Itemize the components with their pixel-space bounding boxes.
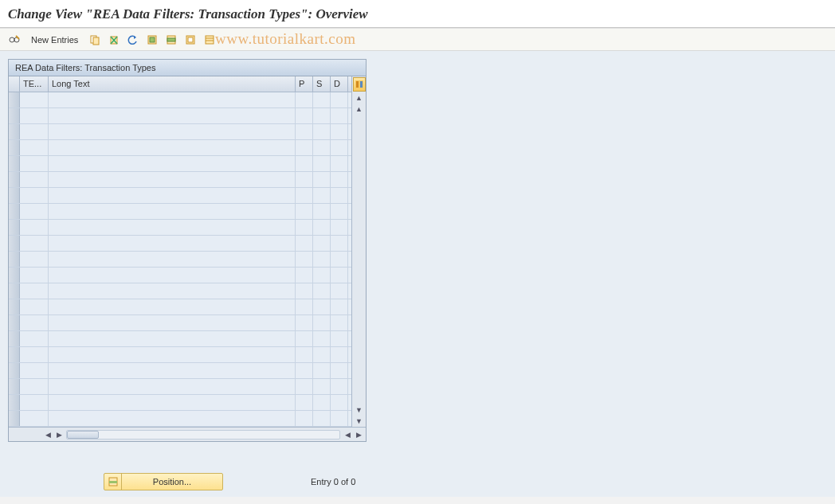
cell-te[interactable] xyxy=(20,220,49,235)
cell-d[interactable] xyxy=(331,299,348,315)
horizontal-scroll-thumb[interactable] xyxy=(67,431,99,439)
cell-d[interactable] xyxy=(331,363,348,378)
cell-d[interactable] xyxy=(331,204,348,219)
row-selector[interactable] xyxy=(9,140,20,155)
cell-p[interactable] xyxy=(296,379,313,394)
row-selector[interactable] xyxy=(9,252,20,267)
cell-te[interactable] xyxy=(20,92,49,107)
cell-te[interactable] xyxy=(20,188,49,203)
cell-s[interactable] xyxy=(313,204,331,219)
cell-s[interactable] xyxy=(313,124,331,139)
scroll-left-button-2[interactable]: ▶ xyxy=(53,429,65,440)
cell-p[interactable] xyxy=(296,268,313,283)
cell-te[interactable] xyxy=(20,411,49,426)
cell-long-text[interactable] xyxy=(49,252,296,267)
cell-te[interactable] xyxy=(20,252,49,267)
cell-long-text[interactable] xyxy=(49,108,296,123)
scroll-right-button-2[interactable]: ▶ xyxy=(353,429,364,440)
cell-p[interactable] xyxy=(296,140,313,155)
cell-te[interactable] xyxy=(20,363,49,378)
cell-d[interactable] xyxy=(331,108,348,123)
cell-s[interactable] xyxy=(313,395,331,410)
cell-te[interactable] xyxy=(20,236,49,251)
toggle-display-change-button[interactable] xyxy=(6,32,22,48)
cell-p[interactable] xyxy=(296,92,313,107)
cell-s[interactable] xyxy=(313,188,331,203)
cell-d[interactable] xyxy=(331,188,348,203)
cell-s[interactable] xyxy=(313,140,331,155)
cell-long-text[interactable] xyxy=(49,188,296,203)
delete-button[interactable] xyxy=(106,32,122,48)
horizontal-scroll-track[interactable] xyxy=(66,430,340,440)
scroll-up-button[interactable]: ▲ xyxy=(354,92,365,104)
cell-s[interactable] xyxy=(313,252,331,267)
cell-long-text[interactable] xyxy=(49,331,296,346)
cell-te[interactable] xyxy=(20,315,49,330)
cell-d[interactable] xyxy=(331,156,348,171)
row-selector[interactable] xyxy=(9,236,20,251)
cell-s[interactable] xyxy=(313,283,331,299)
table-configure-button[interactable] xyxy=(353,77,366,92)
column-header-long-text[interactable]: Long Text xyxy=(49,76,296,92)
cell-s[interactable] xyxy=(313,108,331,123)
cell-p[interactable] xyxy=(296,315,313,330)
cell-d[interactable] xyxy=(331,172,348,187)
cell-p[interactable] xyxy=(296,363,313,378)
cell-p[interactable] xyxy=(296,108,313,123)
cell-long-text[interactable] xyxy=(49,347,296,362)
cell-d[interactable] xyxy=(331,331,348,346)
cell-long-text[interactable] xyxy=(49,363,296,378)
print-button[interactable] xyxy=(202,32,218,48)
cell-te[interactable] xyxy=(20,108,49,123)
column-header-p[interactable]: P xyxy=(296,76,313,92)
cell-long-text[interactable] xyxy=(49,236,296,251)
cell-long-text[interactable] xyxy=(49,156,296,171)
scroll-left-button[interactable]: ◀ xyxy=(42,429,53,440)
cell-s[interactable] xyxy=(313,411,331,426)
cell-long-text[interactable] xyxy=(49,220,296,235)
cell-d[interactable] xyxy=(331,315,348,330)
deselect-all-button[interactable] xyxy=(182,32,198,48)
cell-p[interactable] xyxy=(296,156,313,171)
cell-long-text[interactable] xyxy=(49,204,296,219)
new-entries-button[interactable]: New Entries xyxy=(25,33,84,47)
cell-te[interactable] xyxy=(20,156,49,171)
cell-d[interactable] xyxy=(331,283,348,299)
row-selector[interactable] xyxy=(9,204,20,219)
cell-s[interactable] xyxy=(313,172,331,187)
position-button[interactable]: Position... xyxy=(104,473,223,490)
cell-te[interactable] xyxy=(20,124,49,139)
cell-p[interactable] xyxy=(296,236,313,251)
cell-long-text[interactable] xyxy=(49,140,296,155)
row-selector[interactable] xyxy=(9,108,20,123)
select-block-button[interactable] xyxy=(163,32,179,48)
scroll-down-button-2[interactable]: ▼ xyxy=(354,416,365,427)
cell-s[interactable] xyxy=(313,92,331,107)
cell-p[interactable] xyxy=(296,252,313,267)
cell-p[interactable] xyxy=(296,172,313,187)
cell-long-text[interactable] xyxy=(49,172,296,187)
cell-s[interactable] xyxy=(313,236,331,251)
row-selector[interactable] xyxy=(9,395,20,410)
cell-d[interactable] xyxy=(331,124,348,139)
cell-d[interactable] xyxy=(331,379,348,394)
row-selector[interactable] xyxy=(9,124,20,139)
cell-d[interactable] xyxy=(331,395,348,410)
cell-te[interactable] xyxy=(20,268,49,283)
cell-s[interactable] xyxy=(313,156,331,171)
cell-p[interactable] xyxy=(296,411,313,426)
cell-d[interactable] xyxy=(331,268,348,283)
cell-te[interactable] xyxy=(20,395,49,410)
cell-d[interactable] xyxy=(331,140,348,155)
cell-p[interactable] xyxy=(296,347,313,362)
row-selector[interactable] xyxy=(9,299,20,315)
cell-te[interactable] xyxy=(20,379,49,394)
cell-s[interactable] xyxy=(313,347,331,362)
row-selector[interactable] xyxy=(9,363,20,378)
cell-te[interactable] xyxy=(20,172,49,187)
cell-p[interactable] xyxy=(296,220,313,235)
cell-p[interactable] xyxy=(296,124,313,139)
row-selector-header[interactable] xyxy=(9,76,20,92)
cell-p[interactable] xyxy=(296,299,313,315)
cell-te[interactable] xyxy=(20,204,49,219)
